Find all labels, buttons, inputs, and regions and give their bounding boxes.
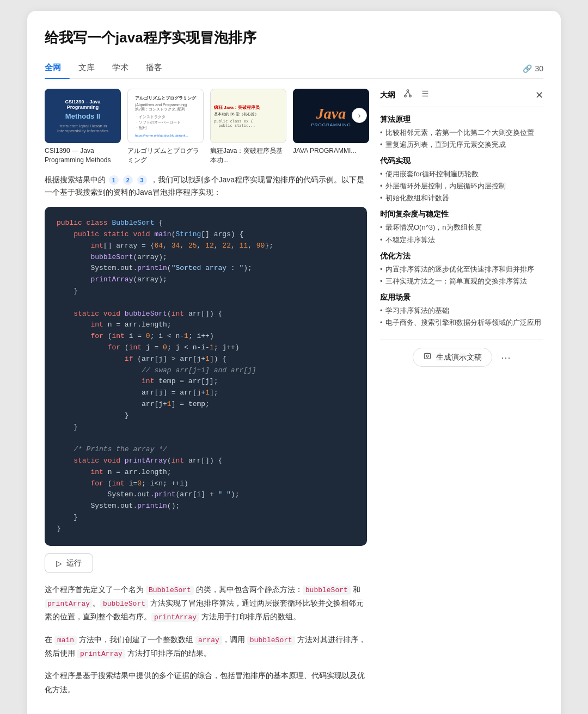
outline-section-5: 应用场景 学习排序算法的基础 电子商务、搜索引擎和数据分析等领域的广泛应用 — [380, 293, 543, 329]
outline-heading-3: 时间复杂度与稳定性 — [380, 210, 543, 219]
result-item-1[interactable]: CSI1390 – Java Programming Methods II In… — [45, 89, 121, 165]
sidebar-tab-trace-icon[interactable] — [403, 89, 413, 101]
svg-point-0 — [407, 90, 409, 92]
desc-para-1: 这个程序首先定义了一个名为 BubbleSort 的类，其中包含两个静态方法：b… — [45, 583, 367, 624]
svg-line-4 — [408, 91, 411, 95]
desc-para-2: 在 main 方法中，我们创建了一个整数数组 array，调用 bubbleSo… — [45, 633, 367, 661]
sidebar: 大纲 — [380, 89, 543, 705]
result-item-2[interactable]: アルゴリズムとプログラミング (Algorithms and Programmi… — [127, 89, 204, 165]
outline-item-1-1: 比较相邻元素，若第一个比第二个大则交换位置 — [380, 127, 543, 139]
tab-bar: 全网 文库 学术 播客 🔗 30 — [45, 58, 543, 79]
ref-3[interactable]: 3 — [137, 175, 147, 185]
outline-item-5-2: 电子商务、搜索引擎和数据分析等领域的广泛应用 — [380, 317, 543, 329]
gen-icon — [423, 352, 432, 362]
result-img-1: CSI1390 – Java Programming Methods II In… — [45, 89, 121, 143]
link-count-number: 30 — [535, 64, 543, 73]
run-button[interactable]: ▷ 运行 — [45, 553, 93, 573]
result-title-3: 疯狂Java：突破程序员基本功... — [210, 146, 286, 165]
result-title-2: アルゴリズムとプログラミング — [127, 146, 204, 165]
tab-library[interactable]: 文库 — [70, 58, 103, 78]
ref-2[interactable]: 2 — [123, 175, 133, 185]
sidebar-tab-outline[interactable]: 大纲 — [380, 90, 395, 100]
link-icon: 🔗 — [523, 64, 532, 73]
more-options-icon[interactable]: ⋯ — [501, 352, 511, 364]
page-title: 给我写一个java程序实现冒泡排序 — [45, 28, 543, 47]
outline-section-3: 时间复杂度与稳定性 最坏情况O(n^3)，n为数组长度 不稳定排序算法 — [380, 210, 543, 245]
outline-item-5-1: 学习排序算法的基础 — [380, 305, 543, 317]
tab-podcast[interactable]: 播客 — [137, 58, 171, 78]
content-area: CSI1390 – Java Programming Methods II In… — [45, 89, 543, 705]
outline-item-3-1: 最坏情况O(n^3)，n为数组长度 — [380, 221, 543, 233]
sidebar-tab-list-icon[interactable] — [420, 89, 430, 101]
gen-presentation-button[interactable]: 生成演示文稿 — [413, 348, 492, 367]
svg-point-2 — [409, 95, 412, 97]
outline-heading-5: 应用场景 — [380, 293, 543, 303]
outline-item-3-2: 不稳定排序算法 — [380, 234, 543, 246]
outline-item-2-2: 外层循环外层控制，内层循环内层控制 — [380, 180, 543, 192]
tab-academic[interactable]: 学术 — [103, 58, 137, 78]
result-title-4: JAVA PROGRAMMI... — [293, 146, 369, 156]
svg-point-9 — [426, 355, 428, 357]
outline-heading-4: 优化方法 — [380, 251, 543, 261]
outline-section-4: 优化方法 内置排序算法的逐步优化至快速排序和归并排序 三种实现方法之一：简单直观… — [380, 251, 543, 287]
sidebar-header: 大纲 — [380, 89, 543, 107]
outline-section-1: 算法原理 比较相邻元素，若第一个比第二个大则交换位置 重复遍历列表，直到无序元素… — [380, 115, 543, 151]
main-card: 给我写一个java程序实现冒泡排序 全网 文库 学术 播客 🔗 30 CSI13… — [27, 11, 561, 714]
outline-item-2-3: 初始化数组和计数器 — [380, 192, 543, 204]
ref-1[interactable]: 1 — [109, 175, 119, 185]
code-pre: public class BubbleSort { public static … — [57, 218, 355, 534]
outline-item-2-1: 使用嵌套for循环控制遍历轮数 — [380, 168, 543, 180]
next-result-arrow[interactable]: › — [352, 108, 367, 123]
outline-item-1-2: 重复遍历列表，直到无序元素交换完成 — [380, 139, 543, 151]
sidebar-footer: 生成演示文稿 ⋯ — [380, 340, 543, 367]
run-label: 运行 — [66, 558, 82, 568]
outline-content: 算法原理 比较相邻元素，若第一个比第二个大则交换位置 重复遍历列表，直到无序元素… — [380, 115, 543, 329]
link-count[interactable]: 🔗 30 — [523, 64, 543, 73]
result-title-1: CSI1390 — JavaProgramming Methods — [45, 146, 121, 165]
outline-heading-1: 算法原理 — [380, 115, 543, 125]
gen-label: 生成演示文稿 — [436, 353, 482, 362]
sidebar-close-button[interactable]: ✕ — [535, 90, 543, 100]
result-item-3[interactable]: 疯狂 Java：突破程序员 基本功的 36 堂（初心篇） public clas… — [210, 89, 286, 165]
svg-point-1 — [405, 95, 407, 97]
tab-all[interactable]: 全网 — [45, 58, 70, 78]
outline-item-4-2: 三种实现方法之一：简单直观的交换排序算法 — [380, 275, 543, 287]
run-icon: ▷ — [56, 559, 62, 568]
result-img-3: 疯狂 Java：突破程序员 基本功的 36 堂（初心篇） public clas… — [210, 89, 286, 143]
outline-section-2: 代码实现 使用嵌套for循环控制遍历轮数 外层循环外层控制，内层循环内层控制 初… — [380, 156, 543, 204]
svg-line-3 — [406, 91, 408, 95]
intro-text: 根据搜索结果中的 1 2 3 ，我们可以找到多个Java程序实现冒泡排序的代码示… — [45, 174, 367, 200]
result-img-2: アルゴリズムとプログラミング (Algorithms and Programmi… — [127, 89, 204, 143]
main-content: CSI1390 – Java Programming Methods II In… — [45, 89, 367, 705]
search-results-row: CSI1390 – Java Programming Methods II In… — [45, 89, 367, 165]
code-block: public class BubbleSort { public static … — [45, 207, 367, 545]
outline-item-4-1: 内置排序算法的逐步优化至快速排序和归并排序 — [380, 263, 543, 275]
outline-heading-2: 代码实现 — [380, 156, 543, 166]
desc-para-3: 这个程序是基于搜索结果中提供的多个证据的综合，包括冒泡排序的基本原理、代码实现以… — [45, 669, 367, 696]
